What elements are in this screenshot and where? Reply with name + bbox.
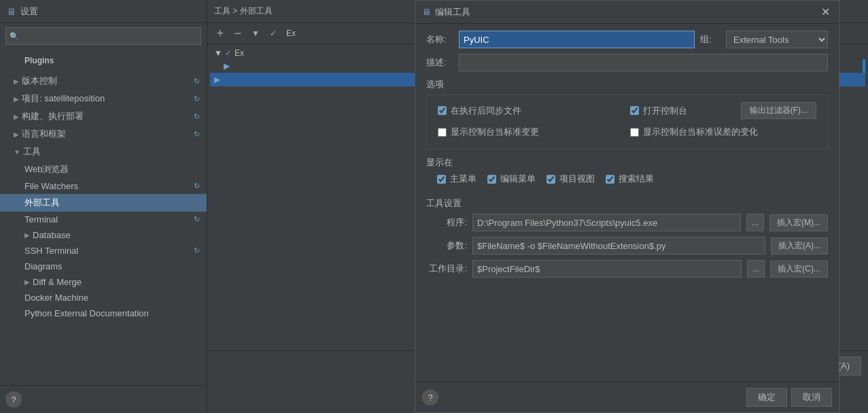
program-label: 程序:: [426, 216, 467, 229]
sidebar-item-terminal[interactable]: Terminal ↻: [0, 212, 207, 227]
sidebar-item-python-ext-doc[interactable]: Python External Documentation: [0, 305, 207, 321]
search-icon: 🔍: [10, 32, 19, 41]
description-input[interactable]: [459, 54, 828, 71]
params-input[interactable]: [472, 237, 765, 254]
output-filter-button[interactable]: 输出过滤器(F)...: [741, 102, 816, 119]
sidebar-content: Plugins ▶ 版本控制 ↻ ▶ 项目: satelliteposition…: [0, 49, 207, 385]
check-tool-button[interactable]: ✓: [266, 26, 281, 41]
group-name: Ex: [235, 48, 244, 58]
sidebar-item-tools[interactable]: ▼ 工具: [0, 143, 207, 161]
sidebar-label-python-ext-doc: Python External Documentation: [24, 308, 149, 318]
name-input[interactable]: [459, 31, 695, 48]
close-dialog-button[interactable]: ✕: [818, 5, 832, 19]
search-results-row: 搜索结果: [606, 173, 654, 185]
sidebar-label-diagrams: Diagrams: [24, 261, 63, 271]
add-tool-button[interactable]: +: [213, 26, 228, 41]
remove-tool-button[interactable]: −: [230, 26, 245, 41]
search-results-label: 搜索结果: [619, 173, 654, 185]
help-button-main[interactable]: ?: [5, 391, 22, 408]
expand-tool-button[interactable]: ▼: [248, 26, 263, 41]
workdir-browse-button[interactable]: ...: [747, 260, 765, 278]
name-group-row: 名称: 组: External Tools: [426, 31, 828, 48]
sidebar-item-diff-merge[interactable]: ▶ Diff & Merge: [0, 274, 207, 290]
expand-arrow-build: ▶: [14, 113, 19, 120]
group-select-wrapper: External Tools: [726, 31, 828, 48]
sidebar-label-tools: 工具: [23, 146, 41, 158]
sidebar-label-lang: 语言和框架: [22, 128, 66, 140]
main-menu-label: 主菜单: [450, 173, 476, 185]
show-stdout-checkbox[interactable]: [438, 128, 447, 137]
project-view-checkbox[interactable]: [546, 175, 555, 184]
ok-button-dialog[interactable]: 确定: [746, 388, 787, 407]
sync-icon-lang: ↻: [194, 130, 200, 139]
workdir-label: 工作目录:: [426, 263, 467, 275]
edit-menu-row: 编辑菜单: [487, 173, 536, 185]
name-label: 名称:: [426, 33, 453, 46]
sidebar-item-database[interactable]: ▶ Database: [0, 227, 207, 243]
group-expand-icon: ▼: [214, 48, 222, 58]
sidebar-label-database: Database: [33, 230, 71, 240]
project-view-row: 项目视图: [546, 173, 595, 185]
description-label: 描述:: [426, 56, 453, 69]
display-checkboxes: 主菜单 编辑菜单 项目视图 搜索结果: [426, 173, 828, 189]
sidebar-item-version-control[interactable]: ▶ 版本控制 ↻: [0, 72, 207, 90]
group-select[interactable]: External Tools: [726, 31, 828, 48]
search-input[interactable]: [5, 27, 201, 45]
sidebar-label-terminal: Terminal: [24, 214, 58, 225]
edit-menu-checkbox[interactable]: [487, 175, 496, 184]
show-stderr-checkbox[interactable]: [630, 128, 639, 137]
item-arrow-1: ▶: [224, 61, 230, 71]
sidebar-item-file-watchers[interactable]: File Watchers ↻: [0, 178, 207, 194]
sidebar-item-diagrams[interactable]: Diagrams: [0, 259, 207, 274]
item-arrow-2: ▶: [214, 75, 220, 84]
sync-files-label: 在执行后同步文件: [451, 105, 521, 117]
sidebar-label-web-browser: Web浏览器: [24, 163, 69, 176]
options-section-title: 选项: [426, 78, 828, 90]
program-browse-button[interactable]: ...: [746, 214, 764, 231]
open-console-row: 打开控制台 输出过滤器(F)...: [630, 102, 817, 119]
sidebar-item-project[interactable]: ▶ 项目: satelliteposition ↻: [0, 90, 207, 108]
program-input[interactable]: [472, 214, 741, 231]
show-stderr-row: 显示控制台当标准误差的变化: [630, 126, 817, 138]
sync-files-checkbox[interactable]: [438, 106, 447, 115]
settings-titlebar: 🖥 设置: [0, 0, 207, 23]
sync-icon-file-watchers: ↻: [194, 182, 200, 191]
breadcrumb: 工具 > 外部工具: [214, 5, 273, 17]
program-macro-button[interactable]: 插入宏(M)...: [769, 214, 828, 231]
sidebar-item-docker-machine[interactable]: Docker Machine: [0, 290, 207, 305]
edit-tool-dialog: 🖥 编辑工具 ✕ 名称: 组: External Tools 描述:: [415, 0, 839, 413]
params-label: 参数:: [426, 239, 467, 252]
sync-icon-terminal: ↻: [194, 215, 200, 224]
params-macro-button[interactable]: 插入宏(A)...: [771, 237, 828, 254]
options-section: 在执行后同步文件 打开控制台 输出过滤器(F)... 显示控制台当标准变更: [426, 95, 828, 150]
main-menu-checkbox[interactable]: [437, 175, 446, 184]
search-box: 🔍: [5, 27, 201, 45]
sidebar-label-build: 构建、执行部署: [22, 110, 84, 122]
params-row: 参数: 插入宏(A)...: [426, 237, 828, 254]
open-console-checkbox[interactable]: [630, 106, 639, 115]
sidebar-item-lang-framework[interactable]: ▶ 语言和框架 ↻: [0, 125, 207, 143]
search-results-checkbox[interactable]: [606, 175, 614, 184]
dialog-footer-right: 确定 取消: [746, 388, 832, 407]
expand-arrow-version-control: ▶: [14, 78, 19, 85]
workdir-macro-button[interactable]: 插入宏(C)...: [770, 261, 828, 278]
settings-title: 设置: [20, 5, 38, 18]
expand-arrow-diff: ▶: [24, 278, 30, 286]
expand-arrow-lang: ▶: [14, 131, 19, 138]
sidebar-item-ssh-terminal[interactable]: SSH Terminal ↻: [0, 243, 207, 259]
cancel-button-dialog[interactable]: 取消: [791, 388, 832, 407]
dialog-body: 名称: 组: External Tools 描述: 选项: [415, 24, 839, 382]
sidebar-item-external-tools[interactable]: 外部工具: [0, 194, 207, 212]
expand-arrow-tools: ▼: [14, 148, 20, 156]
help-button-dialog[interactable]: ?: [422, 389, 438, 406]
sync-icon-ssh: ↻: [194, 246, 200, 255]
sidebar-item-web-browser[interactable]: Web浏览器: [0, 161, 207, 178]
dialog-title-icon: 🖥: [422, 7, 431, 17]
sidebar-item-build-exec[interactable]: ▶ 构建、执行部署 ↻: [0, 108, 207, 125]
workdir-input[interactable]: [472, 260, 742, 278]
plugins-header: Plugins: [14, 52, 65, 69]
project-view-label: 项目视图: [559, 173, 595, 185]
show-stderr-label: 显示控制台当标准误差的变化: [643, 126, 758, 138]
sidebar-item-plugins: Plugins: [0, 49, 207, 72]
dialog-footer-left: ?: [422, 389, 438, 406]
